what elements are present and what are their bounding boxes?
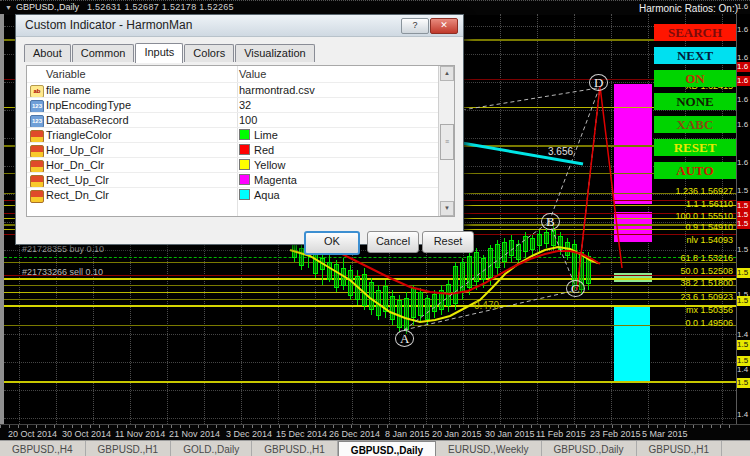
candle-body [502, 242, 507, 262]
chart-tab-3[interactable]: GBPUSD.,H1 [252, 441, 338, 456]
scroll-thumb[interactable]: ≡ [440, 124, 454, 160]
harmonic-button-auto[interactable]: AUTO [654, 162, 736, 179]
color-swatch [239, 174, 250, 185]
candle-body [446, 284, 451, 306]
color-type-icon [30, 190, 44, 203]
price-tick-label: 1.4 [737, 330, 750, 340]
chart-tab-5[interactable]: EURUSD.,Weekly [436, 441, 541, 456]
harmonic-button-next[interactable]: NEXT [654, 47, 736, 64]
pattern-point-c: C [566, 280, 585, 297]
dialog-title[interactable]: Custom Indicator - HarmonMan [16, 15, 463, 37]
price-marker-red: 1.6 [737, 62, 750, 72]
price-marker-yellow: 1.5 [737, 356, 750, 366]
time-axis[interactable]: 20 Oct 201430 Oct 201411 Nov 201421 Nov … [0, 424, 750, 441]
date-label: 30 Jan 2015 [485, 429, 535, 439]
variable-name: TriangleColor [46, 128, 112, 143]
variable-value[interactable]: Magenta [239, 173, 297, 188]
pattern-zone [614, 212, 652, 242]
harmonic-button-xabc[interactable]: XABC [654, 116, 736, 133]
variable-name: DatabaseRecord [46, 113, 129, 128]
table-row[interactable]: TriangleColorLime [27, 127, 439, 143]
price-tick-label: 1.4 [737, 410, 750, 420]
date-label: 30 Oct 2014 [62, 429, 111, 439]
table-row[interactable]: 123InpEncodingType32 [27, 97, 439, 113]
candle-body [383, 286, 388, 312]
column-header-variable: Variable [46, 66, 86, 82]
harmonic-button-search[interactable]: SEARCH [654, 24, 736, 41]
candle-body [313, 252, 318, 274]
variable-value[interactable]: Lime [239, 128, 278, 143]
candle-body [411, 288, 416, 318]
table-scrollbar[interactable]: ▲ ≡ ▼ [438, 66, 454, 216]
cancel-button[interactable]: Cancel [367, 231, 419, 253]
table-row[interactable]: Hor_Dn_ClrYellow [27, 157, 439, 173]
variable-name: InpEncodingType [46, 98, 131, 113]
reset-button[interactable]: Reset [422, 231, 474, 253]
chart-tab-6[interactable]: GBPUSD.,Daily [542, 441, 637, 456]
variable-value[interactable]: harmontrad.csv [239, 83, 315, 98]
harmonic-button-reset[interactable]: RESET [654, 139, 736, 156]
tab-colors[interactable]: Colors [184, 44, 234, 62]
candle-body [348, 270, 353, 296]
candle-body [565, 242, 570, 256]
date-label: 26 Dec 2014 [329, 429, 380, 439]
price-level-line [4, 381, 736, 383]
scroll-up-icon[interactable]: ▲ [440, 66, 454, 81]
chart-ohlc-quotes: 1.52631 1.52687 1.52178 1.52265 [87, 2, 234, 12]
candle-body [404, 298, 409, 330]
scroll-down-icon[interactable]: ▼ [440, 201, 454, 216]
variable-value[interactable]: Aqua [239, 188, 280, 203]
chart-tab-0[interactable]: GBPUSD.,H4 [0, 441, 86, 456]
price-level-line [4, 257, 736, 258]
harmonic-button-none[interactable]: NONE [654, 93, 736, 110]
candle-body [488, 248, 493, 278]
table-row[interactable]: Rect_Dn_ClrAqua [27, 187, 439, 203]
price-marker-yellow: 1.5 [737, 340, 750, 350]
price-tick-label: 1.6 [737, 2, 750, 12]
tab-inputs[interactable]: Inputs [135, 43, 183, 63]
mt4-window: ▼GBPUSD.,Daily1.52631 1.52687 1.52178 1.… [0, 0, 750, 456]
tab-visualization[interactable]: Visualization [235, 44, 315, 62]
dialog-close-button[interactable]: ✕ [430, 18, 458, 34]
chart-dropdown-icon[interactable]: ▼ [5, 4, 12, 11]
date-label: 11 Feb 2015 [536, 429, 586, 439]
table-row[interactable]: abfile nameharmontrad.csv [27, 82, 439, 98]
candle-body [537, 234, 542, 246]
date-label: 21 Nov 2014 [169, 429, 220, 439]
date-label: 23 Feb 2015 [590, 429, 641, 439]
price-tick-label: 1.6 [737, 158, 750, 168]
variable-name: file name [46, 83, 91, 98]
date-label: 5 Mar 2015 [642, 429, 688, 439]
chart-tab-bar: GBPUSD.,H4GBPUSD.,H1GOLD.,DailyGBPUSD.,H… [0, 440, 750, 456]
ok-button[interactable]: OK [304, 231, 360, 255]
harmonic-button-on[interactable]: ON [654, 70, 736, 87]
tab-about[interactable]: About [24, 44, 71, 62]
dialog-help-button[interactable]: ? [401, 18, 429, 34]
candle-body [586, 256, 591, 284]
fib-level-label: 1.1 1.56110 [686, 199, 733, 209]
variable-value[interactable]: Yellow [239, 158, 285, 173]
grid-line-h [4, 390, 736, 391]
candle-body [320, 258, 325, 270]
chart-tab-4[interactable]: GBPUSD.,Daily [338, 441, 436, 456]
variable-value[interactable]: 32 [239, 98, 251, 113]
candle-body [341, 268, 346, 286]
variable-value[interactable]: 100 [239, 113, 257, 128]
tab-common[interactable]: Common [72, 44, 135, 62]
chart-tab-2[interactable]: GOLD.,Daily [171, 441, 252, 456]
price-tick-label: 1.5 [737, 186, 750, 196]
column-header-value: Value [239, 66, 266, 82]
price-marker-yellow: 1.5 [737, 268, 750, 278]
candle-body [467, 256, 472, 288]
candle-body [544, 232, 549, 244]
chart-tab-7[interactable]: GBPUSD.,H1 [637, 441, 723, 456]
table-row[interactable]: Rect_Up_ClrMagenta [27, 172, 439, 188]
custom-indicator-dialog: Custom Indicator - HarmonMan ? ✕ AboutCo… [15, 14, 464, 245]
chart-tab-1[interactable]: GBPUSD.,H1 [86, 441, 172, 456]
variable-value[interactable]: Red [239, 143, 274, 158]
candle-body [292, 244, 297, 258]
price-level-line [4, 278, 736, 280]
color-swatch [239, 129, 250, 140]
table-row[interactable]: Hor_Up_ClrRed [27, 142, 439, 158]
table-row[interactable]: 123DatabaseRecord100 [27, 112, 439, 128]
